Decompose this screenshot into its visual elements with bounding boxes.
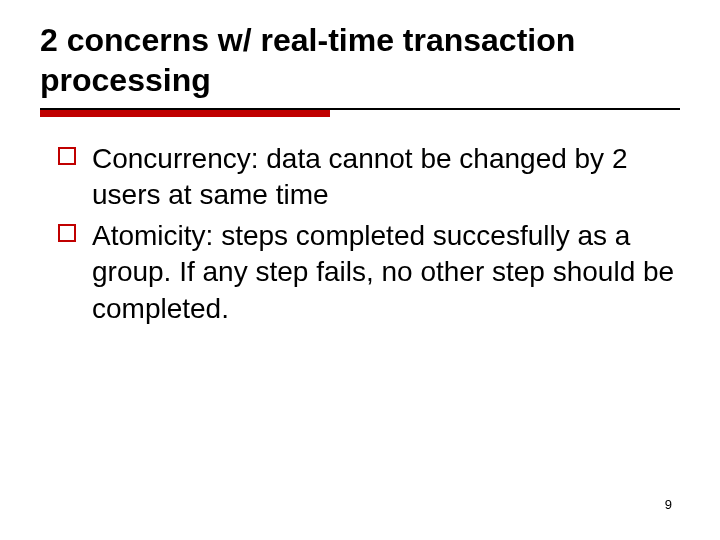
square-bullet-icon — [58, 224, 76, 242]
page-number: 9 — [665, 497, 672, 512]
list-item-text: Atomicity: steps completed succesfully a… — [92, 220, 674, 324]
bullet-list: Concurrency: data cannot be changed by 2… — [40, 141, 680, 327]
slide-title: 2 concerns w/ real-time transaction proc… — [40, 20, 680, 110]
square-bullet-icon — [58, 147, 76, 165]
title-accent-underline — [40, 110, 330, 117]
list-item: Atomicity: steps completed succesfully a… — [58, 218, 680, 327]
list-item-text: Concurrency: data cannot be changed by 2… — [92, 143, 627, 210]
list-item: Concurrency: data cannot be changed by 2… — [58, 141, 680, 214]
